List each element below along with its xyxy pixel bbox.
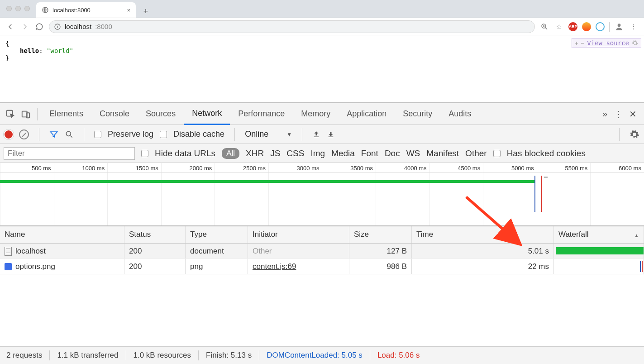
- overview-load-marker: [541, 176, 542, 212]
- forward-button[interactable]: [20, 22, 30, 32]
- json-line: }: [5, 54, 639, 62]
- globe-icon: [42, 6, 49, 14]
- overview-ruler: 500 ms 1000 ms 1500 ms 2000 ms 2500 ms 3…: [0, 163, 644, 173]
- clear-button[interactable]: [19, 129, 29, 139]
- tab-performance[interactable]: Performance: [230, 103, 293, 125]
- filter-xhr[interactable]: XHR: [246, 148, 264, 158]
- collapse-minus-icon[interactable]: −: [581, 40, 584, 47]
- tab-console[interactable]: Console: [91, 103, 138, 125]
- request-size: 986 B: [349, 259, 412, 274]
- filter-ws[interactable]: WS: [406, 148, 420, 158]
- devtools-tab-strip: Elements Console Sources Network Perform…: [0, 103, 644, 125]
- record-button[interactable]: [5, 130, 13, 139]
- separator: [39, 128, 39, 141]
- upload-icon[interactable]: [312, 130, 320, 139]
- url-field[interactable]: localhost:8000: [49, 20, 535, 33]
- filter-js[interactable]: JS: [270, 148, 280, 158]
- back-button[interactable]: [5, 22, 15, 32]
- hide-data-urls-checkbox[interactable]: [141, 150, 148, 157]
- search-icon[interactable]: [65, 130, 74, 139]
- profile-icon[interactable]: [614, 22, 624, 32]
- col-type[interactable]: Type: [186, 226, 248, 243]
- col-status[interactable]: Status: [124, 226, 186, 243]
- separator: [49, 350, 50, 360]
- separator: [234, 128, 235, 141]
- network-overview[interactable]: 500 ms 1000 ms 1500 ms 2000 ms 2500 ms 3…: [0, 163, 644, 226]
- waterfall-dcl-marker: [640, 261, 641, 272]
- preserve-log-checkbox[interactable]: [94, 131, 101, 138]
- device-toggle-icon[interactable]: [18, 106, 33, 122]
- tab-elements[interactable]: Elements: [41, 103, 91, 125]
- filter-media[interactable]: Media: [331, 148, 355, 158]
- col-waterfall[interactable]: Waterfall ▲: [554, 226, 644, 243]
- tab-memory[interactable]: Memory: [293, 103, 339, 125]
- waterfall-load-marker: [642, 261, 643, 272]
- kebab-icon[interactable]: ⋮: [614, 109, 623, 120]
- request-initiator-link[interactable]: content.js:69: [253, 262, 296, 271]
- tab-sources[interactable]: Sources: [138, 103, 184, 125]
- request-name: options.png: [15, 262, 55, 271]
- overview-tiny-bar: [544, 177, 548, 178]
- ruler-tick: 6000 ms: [590, 163, 644, 172]
- close-devtools-icon[interactable]: ✕: [629, 109, 637, 120]
- filter-toggle-icon[interactable]: [49, 130, 58, 139]
- filter-img[interactable]: Img: [310, 148, 325, 158]
- minimize-window-dot[interactable]: [15, 6, 21, 11]
- star-icon[interactable]: ☆: [554, 22, 564, 32]
- blocked-cookies-checkbox[interactable]: [493, 150, 501, 157]
- settings-gear-icon[interactable]: [630, 129, 639, 139]
- filter-all[interactable]: All: [222, 148, 239, 159]
- json-line: {: [5, 40, 639, 47]
- disable-cache-checkbox[interactable]: [160, 131, 167, 138]
- status-dcl: DOMContentLoaded: 5.05 s: [267, 351, 363, 360]
- menu-kebab-icon[interactable]: ⋮: [629, 22, 639, 32]
- extension-icon-3[interactable]: [596, 22, 605, 31]
- preserve-log-label: Preserve log: [108, 129, 153, 139]
- more-tabs-icon[interactable]: »: [602, 109, 607, 119]
- extension-icon-2[interactable]: [582, 22, 591, 31]
- reload-button[interactable]: [34, 22, 44, 32]
- ruler-tick: 500 ms: [0, 163, 54, 172]
- table-row[interactable]: localhost 200 document Other 127 B 5.01 …: [0, 244, 644, 259]
- browser-tab-bar: localhost:8000 × +: [0, 0, 644, 18]
- browser-tab[interactable]: localhost:8000 ×: [36, 2, 136, 18]
- zoom-icon[interactable]: [539, 22, 549, 32]
- inspect-element-icon[interactable]: [3, 106, 18, 122]
- filter-font[interactable]: Font: [361, 148, 378, 158]
- blocked-cookies-label: Has blocked cookies: [507, 148, 586, 158]
- tab-application[interactable]: Application: [339, 103, 395, 125]
- close-window-dot[interactable]: [6, 6, 12, 11]
- abp-extension-icon[interactable]: ABP: [568, 22, 577, 31]
- filter-css[interactable]: CSS: [286, 148, 304, 158]
- svg-point-3: [618, 24, 621, 27]
- svg-rect-8: [314, 136, 319, 137]
- new-tab-button[interactable]: +: [139, 5, 152, 18]
- col-initiator[interactable]: Initiator: [248, 226, 349, 243]
- table-row[interactable]: options.png 200 png content.js:69 986 B …: [0, 259, 644, 274]
- devtools-panel: Elements Console Sources Network Perform…: [0, 102, 644, 364]
- tab-network[interactable]: Network: [184, 103, 230, 125]
- filter-manifest[interactable]: Manifest: [426, 148, 459, 158]
- maximize-window-dot[interactable]: [24, 6, 30, 11]
- tab-security[interactable]: Security: [395, 103, 440, 125]
- expand-plus-icon[interactable]: +: [575, 40, 578, 47]
- status-load: Load: 5.06 s: [377, 351, 420, 360]
- tab-audits[interactable]: Audits: [440, 103, 479, 125]
- json-line: hello: "world": [5, 47, 639, 54]
- overview-dcl-marker: [534, 176, 535, 212]
- col-time[interactable]: Time: [412, 226, 554, 243]
- chevron-down-icon: ▼: [286, 131, 292, 138]
- col-name[interactable]: Name: [0, 226, 124, 243]
- request-initiator: Other: [253, 247, 272, 256]
- info-icon: [54, 23, 61, 30]
- throttling-select[interactable]: Online ▼: [245, 129, 292, 139]
- col-size[interactable]: Size: [349, 226, 412, 243]
- filter-input[interactable]: [4, 147, 135, 160]
- view-source-link[interactable]: View source: [587, 39, 629, 47]
- document-icon: [5, 247, 12, 256]
- close-tab-icon[interactable]: ×: [127, 7, 130, 14]
- filter-other[interactable]: Other: [465, 148, 487, 158]
- download-icon[interactable]: [327, 130, 335, 139]
- filter-doc[interactable]: Doc: [385, 148, 400, 158]
- gear-icon[interactable]: [632, 40, 638, 46]
